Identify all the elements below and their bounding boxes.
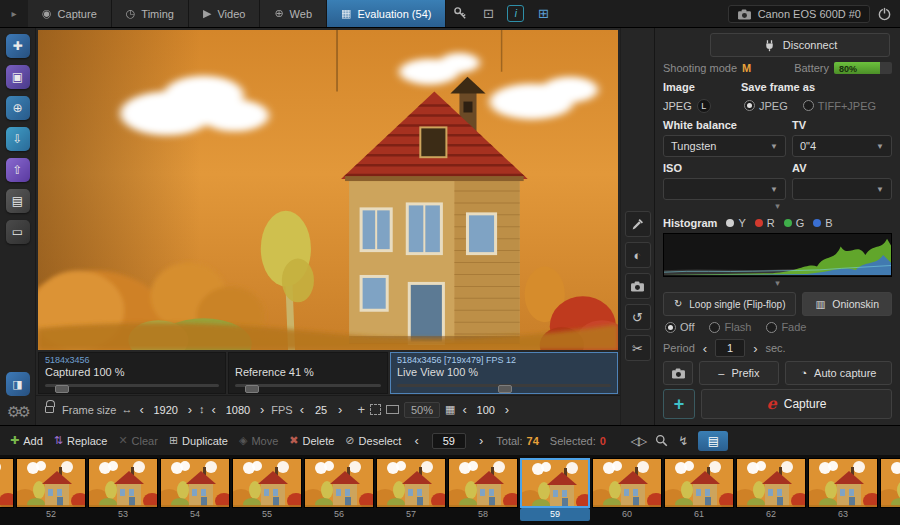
filmstrip-frame[interactable]: 62 xyxy=(736,458,806,521)
lock-icon[interactable] xyxy=(45,406,54,413)
fps-increase-button[interactable] xyxy=(336,403,344,416)
grid-increase-button[interactable] xyxy=(503,403,511,416)
filmstrip-frame[interactable]: 57 xyxy=(376,458,446,521)
power-icon[interactable] xyxy=(877,6,892,21)
eyedropper-icon[interactable] xyxy=(625,211,651,237)
replace-frame-action[interactable]: Replace xyxy=(54,434,108,447)
tab[interactable]: ◷ Timing xyxy=(112,0,189,27)
settings-gears-icon[interactable]: ⚙⚙ xyxy=(7,403,28,425)
filmstrip-frame[interactable]: 58 xyxy=(448,458,518,521)
monitor-icon[interactable]: ▭ xyxy=(6,220,30,244)
search-frames-icon[interactable]: ⊕ xyxy=(6,96,30,120)
filmstrip-view-button[interactable] xyxy=(698,431,728,451)
display-icon[interactable]: ▤ xyxy=(6,189,30,213)
info-icon[interactable]: i xyxy=(507,5,524,22)
delete-action[interactable]: Delete xyxy=(289,434,334,447)
onion-fade-radio[interactable]: Fade xyxy=(766,321,806,333)
histogram-channel-y[interactable]: Y xyxy=(726,217,745,229)
filmstrip-frame[interactable]: 64 xyxy=(880,458,900,521)
contrast-icon[interactable] xyxy=(625,242,651,268)
zoom-level-button[interactable]: 50% xyxy=(404,402,440,418)
frame-thumbnail[interactable] xyxy=(880,458,900,508)
tab[interactable]: ▶ Video xyxy=(189,0,260,27)
white-balance-select[interactable]: Tungsten xyxy=(663,135,786,157)
frame-thumbnail[interactable] xyxy=(664,458,734,508)
camera-selector[interactable]: Canon EOS 600D #0 xyxy=(728,5,870,23)
live-zoom-slider[interactable] xyxy=(397,384,611,394)
filmstrip-frame[interactable]: 56 xyxy=(304,458,374,521)
filmstrip-frame[interactable]: 60 xyxy=(592,458,662,521)
tab[interactable]: ▦ Evaluation (54) xyxy=(327,0,446,27)
filmstrip-frame[interactable]: 59 xyxy=(520,458,590,521)
grid-value[interactable]: 100 xyxy=(474,404,498,416)
duplicate-action[interactable]: Duplicate xyxy=(169,434,228,447)
test-shot-button[interactable] xyxy=(663,361,693,385)
previous-frame-button[interactable] xyxy=(412,434,420,447)
selection-rect-icon[interactable] xyxy=(370,404,381,415)
grid-icon[interactable] xyxy=(445,404,455,415)
onion-flash-radio[interactable]: Flash xyxy=(709,321,751,333)
histogram-channel-b[interactable]: B xyxy=(813,217,832,229)
add-capture-icon[interactable]: ✚ xyxy=(6,34,30,58)
jpeg-radio[interactable]: JPEG xyxy=(744,100,788,112)
period-decrease-button[interactable] xyxy=(701,342,709,355)
move-action[interactable]: Move xyxy=(239,434,278,447)
filmstrip-frame[interactable]: 53 xyxy=(88,458,158,521)
live-view-panel[interactable]: 5184x3456 [719x479] FPS 12 Live View 100… xyxy=(390,352,618,394)
frame-thumbnail[interactable] xyxy=(160,458,230,508)
add-frame-button[interactable]: + xyxy=(663,389,695,419)
frame-thumbnail[interactable] xyxy=(88,458,158,508)
period-increase-button[interactable] xyxy=(751,342,759,355)
captured-zoom-slider[interactable] xyxy=(45,384,219,394)
layers-icon[interactable]: ▣ xyxy=(6,65,30,89)
histogram-channel-r[interactable]: R xyxy=(755,217,775,229)
panel-toggle-icon[interactable]: ◨ xyxy=(6,372,30,396)
filmstrip-frame[interactable]: 61 xyxy=(664,458,734,521)
section-collapse-icon[interactable] xyxy=(663,203,892,212)
capture-button[interactable]: Capture xyxy=(701,389,892,419)
tiff-radio[interactable]: TIFF+JPEG xyxy=(803,100,876,112)
grid-decrease-button[interactable] xyxy=(460,403,468,416)
width-increase-button[interactable] xyxy=(186,403,194,416)
frame-thumbnail[interactable] xyxy=(16,458,86,508)
import-icon[interactable]: ⇩ xyxy=(6,127,30,151)
frame-thumbnail[interactable] xyxy=(520,458,590,508)
snapshot-camera-icon[interactable] xyxy=(625,273,651,299)
frame-thumbnail[interactable] xyxy=(304,458,374,508)
next-frame-button[interactable] xyxy=(477,434,485,447)
quick-action-icon[interactable] xyxy=(678,435,688,447)
clear-action[interactable]: Clear xyxy=(118,434,158,447)
reference-opacity-slider[interactable] xyxy=(235,384,381,394)
layout-icon[interactable]: ⊞ xyxy=(529,0,557,27)
add-frame-action[interactable]: Add xyxy=(10,434,43,447)
onionskin-button[interactable]: Onionskin xyxy=(802,292,892,316)
filmstrip-frame[interactable]: 52 xyxy=(16,458,86,521)
iso-select[interactable] xyxy=(663,178,786,200)
filmstrip-frame[interactable]: 51 xyxy=(0,458,14,521)
mirror-icon[interactable] xyxy=(631,435,645,447)
fullscreen-icon[interactable]: ⊡ xyxy=(474,0,502,27)
frame-thumbnail[interactable] xyxy=(448,458,518,508)
jpeg-size-badge[interactable]: L xyxy=(697,99,711,113)
frame-thumbnail[interactable] xyxy=(736,458,806,508)
collapse-arrow-icon[interactable]: ▸ xyxy=(0,0,28,27)
frame-thumbnail[interactable] xyxy=(592,458,662,508)
height-increase-button[interactable] xyxy=(258,403,266,416)
frame-thumbnail[interactable] xyxy=(376,458,446,508)
frame-thumbnail[interactable] xyxy=(0,458,14,508)
loop-mode-button[interactable]: Loop single (Flip-flop) xyxy=(663,292,796,316)
tab[interactable]: ◉ Capture xyxy=(28,0,112,27)
disconnect-button[interactable]: Disconnect xyxy=(710,33,890,57)
height-value[interactable]: 1080 xyxy=(223,404,253,416)
filmstrip-frame[interactable]: 63 xyxy=(808,458,878,521)
frame-thumbnail[interactable] xyxy=(808,458,878,508)
deselect-action[interactable]: Deselect xyxy=(345,434,401,447)
current-frame-number[interactable]: 59 xyxy=(432,433,466,449)
filmstrip-frame[interactable]: 54 xyxy=(160,458,230,521)
period-value[interactable]: 1 xyxy=(715,339,745,357)
scissors-icon[interactable] xyxy=(625,335,651,361)
width-value[interactable]: 1920 xyxy=(151,404,181,416)
fps-value[interactable]: 25 xyxy=(311,404,331,416)
av-select[interactable] xyxy=(792,178,892,200)
filmstrip-frame[interactable]: 55 xyxy=(232,458,302,521)
